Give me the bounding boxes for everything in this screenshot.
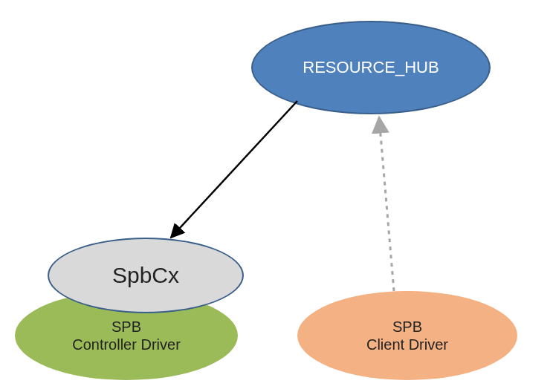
spbcx-label: SpbCx	[112, 262, 179, 289]
spb-client-driver-node: SPB Client Driver	[297, 291, 517, 380]
spbcx-node: SpbCx	[48, 238, 244, 313]
spb-controller-driver-label: SPB Controller Driver	[72, 318, 181, 353]
client-line1: SPB	[392, 318, 422, 335]
edge-hub-to-spbcx	[171, 101, 297, 238]
resource-hub-node: RESOURCE_HUB	[251, 21, 491, 114]
edge-client-to-hub	[379, 117, 394, 291]
resource-hub-label: RESOURCE_HUB	[303, 58, 439, 77]
controller-line2: Controller Driver	[72, 336, 181, 353]
controller-line1: SPB	[111, 318, 141, 335]
client-line2: Client Driver	[366, 336, 448, 353]
spb-client-driver-label: SPB Client Driver	[366, 318, 448, 353]
